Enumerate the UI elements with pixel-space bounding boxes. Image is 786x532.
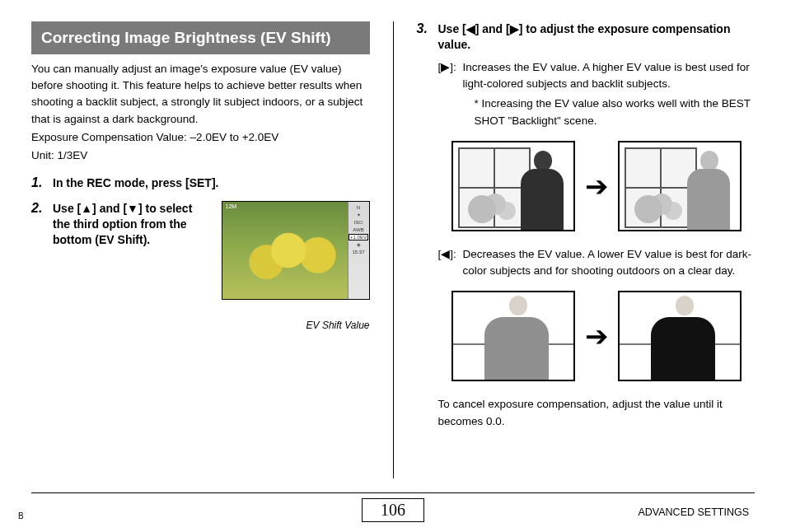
step-number: 3. (417, 21, 433, 430)
increase-note: * Increasing the EV value also works wel… (463, 96, 756, 129)
screenshot-top-osd: 12M (226, 203, 237, 209)
camera-screenshot: 12M N ✦ ISO AWB +1.0EV ◈ 15:37 (222, 201, 370, 300)
arrow-right-icon: ➔ (585, 320, 608, 352)
two-column-layout: Correcting Image Brightness (EV Shift) Y… (31, 21, 755, 478)
increase-key: [▶]: (438, 59, 460, 129)
step-1: 1. In the REC mode, press [SET]. (31, 175, 370, 191)
screenshot-sidebar: N ✦ ISO AWB +1.0EV ◈ 15:37 (348, 202, 369, 299)
left-arrow-icon: ◀ (441, 248, 450, 260)
manual-page: Correcting Image Brightness (EV Shift) Y… (0, 0, 786, 532)
decrease-text: Decreases the EV value. A lower EV value… (463, 246, 756, 280)
decrease-block: [◀]: Decreases the EV value. A lower EV … (438, 246, 756, 280)
ev-shift-osd-value: +1.0EV (349, 235, 367, 240)
right-arrow-icon: ▶ (510, 22, 519, 35)
step-1-text: In the REC mode, press [SET]. (53, 175, 370, 191)
ev-unit: Unit: 1/3EV (31, 147, 370, 164)
page-number: 106 (362, 498, 424, 522)
step-3-text: Use [◀] and [▶] to adjust the exposure c… (438, 21, 756, 53)
step-2: 2. Use [▲] and [▼] to select the third o… (31, 201, 370, 331)
increase-figure-row: ➔ (438, 141, 756, 231)
footer-left-marker: B (18, 511, 24, 520)
increase-block: [▶]: Increases the EV value. A higher EV… (438, 59, 756, 129)
fig-outdoor-after (618, 291, 742, 381)
ev-range: Exposure Compensation Value: –2.0EV to +… (31, 129, 370, 146)
step-number: 2. (31, 201, 48, 331)
decrease-figure-row: ➔ (438, 291, 756, 381)
screenshot-caption: EV Shift Value (204, 320, 370, 331)
decrease-key: [◀]: (438, 246, 460, 280)
up-arrow-icon: ▲ (81, 202, 92, 215)
right-column: 3. Use [◀] and [▶] to adjust the exposur… (417, 21, 756, 478)
step-2-text: Use [▲] and [▼] to select the third opti… (53, 201, 193, 248)
section-heading: Correcting Image Brightness (EV Shift) (31, 21, 370, 54)
fig-outdoor-before (451, 291, 575, 381)
camera-screenshot-wrap: 12M N ✦ ISO AWB +1.0EV ◈ 15:37 (204, 201, 370, 331)
footer-rule (31, 492, 755, 493)
intro-text: You can manually adjust an image's expos… (31, 61, 370, 165)
steps-list: 1. In the REC mode, press [SET]. 2. Use … (31, 175, 370, 331)
fig-backlit-after (618, 141, 742, 231)
down-arrow-icon: ▼ (127, 202, 138, 215)
column-divider (393, 21, 394, 478)
step-number: 1. (31, 175, 48, 191)
arrow-right-icon: ➔ (585, 170, 608, 203)
step-3: 3. Use [◀] and [▶] to adjust the exposur… (417, 21, 756, 430)
footer-section-label: ADVANCED SETTINGS (638, 506, 749, 518)
intro-paragraph: You can manually adjust an image's expos… (31, 61, 370, 128)
left-column: Correcting Image Brightness (EV Shift) Y… (31, 21, 370, 478)
fig-backlit-before (451, 141, 575, 231)
increase-text: Increases the EV value. A higher EV valu… (463, 61, 750, 90)
right-arrow-icon: ▶ (441, 61, 450, 73)
cancel-note: To cancel exposure compensation, adjust … (438, 396, 756, 430)
left-arrow-icon: ◀ (466, 22, 475, 35)
